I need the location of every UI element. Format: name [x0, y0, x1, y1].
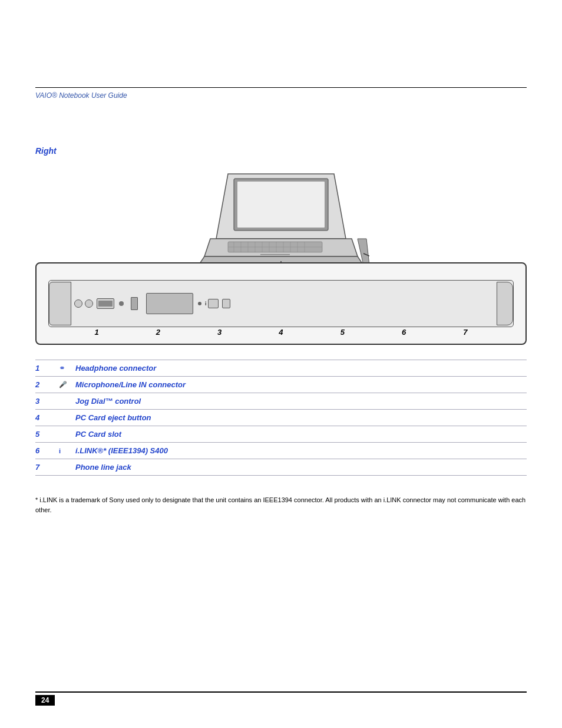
- table-row: 3 Jog Dial™ control: [35, 393, 527, 410]
- bottom-rule: [35, 691, 527, 693]
- comp-label-3: Jog Dial™ control: [75, 397, 141, 406]
- table-row: 5 PC Card slot: [35, 426, 527, 443]
- component-table: 1 ⚭ Headphone connector 2 🎤 Microphone/L…: [35, 360, 527, 476]
- label-4: 4: [279, 328, 283, 337]
- phone-jack: [222, 299, 230, 308]
- pc-card-eject: [131, 297, 138, 310]
- table-row: 1 ⚭ Headphone connector: [35, 360, 527, 377]
- table-row: 7 Phone line jack: [35, 459, 527, 476]
- label-6: 6: [402, 328, 406, 337]
- svg-rect-1: [237, 182, 325, 228]
- comp-num-3: 3: [35, 397, 59, 406]
- comp-num-2: 2: [35, 380, 59, 389]
- svg-rect-15: [260, 254, 290, 255]
- label-2: 2: [156, 328, 160, 337]
- ilink-port: i: [205, 299, 219, 308]
- comp-label-7: Phone line jack: [75, 463, 131, 472]
- section-title: Right: [35, 146, 57, 156]
- table-row: 4 PC Card eject button: [35, 410, 527, 426]
- number-labels-row: 1 2 3 4 5 6 7: [37, 328, 525, 337]
- pc-card-slot: [146, 293, 193, 314]
- panel-diagram: i 1 2 3 4 5 6 7: [35, 262, 527, 345]
- comp-num-4: 4: [35, 413, 59, 422]
- top-rule: [35, 87, 527, 88]
- label-3: 3: [217, 328, 222, 337]
- comp-label-4: PC Card eject button: [75, 413, 151, 422]
- footnote: * i.LINK is a trademark of Sony used onl…: [35, 495, 527, 515]
- comp-label-1: Headphone connector: [75, 364, 156, 373]
- comp-label-2: Microphone/Line IN connector: [75, 380, 186, 389]
- mic-icon: 🎤: [59, 381, 75, 388]
- headphone-icon: ⚭: [59, 364, 75, 373]
- label-5: 5: [340, 328, 345, 337]
- comp-num-7: 7: [35, 463, 59, 472]
- page-number: 24: [35, 695, 55, 706]
- table-row: 2 🎤 Microphone/Line IN connector: [35, 377, 527, 393]
- laptop-illustration: [193, 162, 369, 268]
- table-row: 6 i i.LINK®* (IEEE1394) S400: [35, 443, 527, 459]
- label-7: 7: [463, 328, 467, 337]
- headphone-port: [74, 299, 82, 308]
- label-1: 1: [95, 328, 99, 337]
- comp-num-5: 5: [35, 430, 59, 439]
- jog-dial: [97, 298, 114, 309]
- right-cap: [497, 282, 513, 325]
- comp-num-6: 6: [35, 446, 59, 455]
- breadcrumb: VAIO® Notebook User Guide: [35, 91, 127, 100]
- comp-label-5: PC Card slot: [75, 430, 121, 439]
- mic-port: [85, 299, 93, 308]
- comp-num-1: 1: [35, 364, 59, 373]
- comp-label-6: i.LINK®* (IEEE1394) S400: [75, 446, 168, 455]
- dot2: [198, 302, 201, 305]
- diagram-area: i 1 2 3 4 5 6 7: [35, 162, 527, 345]
- left-cap: [49, 282, 71, 325]
- ilink-icon: i: [59, 447, 75, 454]
- indicator-dot: [119, 301, 124, 306]
- panel-inner: i: [48, 280, 514, 327]
